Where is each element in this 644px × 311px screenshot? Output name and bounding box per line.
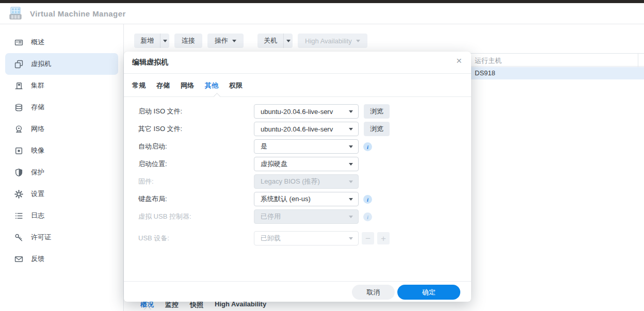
chevron-down-icon <box>356 40 360 42</box>
form-row-boot-iso: 启动 ISO 文件: ubuntu-20.04.6-live-serv 浏览 <box>124 104 471 119</box>
sidebar-item-network[interactable]: 网络 <box>5 118 118 140</box>
firmware-select: Legacy BIOS (推荐) <box>254 174 359 189</box>
host-cell: DS918 <box>475 69 495 77</box>
form-row-boot-from: 启动位置: 虚拟硬盘 <box>124 157 471 171</box>
sidebar: 概述 虚拟机 集群 存储 网络 映像 保护 设置 <box>0 24 124 311</box>
column-header-host[interactable]: 运行主机 <box>475 56 502 66</box>
sidebar-item-protection[interactable]: 保护 <box>5 161 118 183</box>
sidebar-item-label: 许可证 <box>31 233 51 242</box>
sidebar-item-settings[interactable]: 设置 <box>5 183 118 205</box>
additional-iso-select[interactable]: ubuntu-20.04.6-live-serv <box>254 122 359 136</box>
selected-value: ubuntu-20.04.6-live-serv <box>261 108 349 116</box>
selected-value: ubuntu-20.04.6-live-serv <box>261 125 349 133</box>
browse-button[interactable]: 浏览 <box>364 122 390 136</box>
shutdown-button-group: 关机 <box>257 34 293 48</box>
column-divider[interactable] <box>638 54 638 67</box>
selected-value: 虚拟硬盘 <box>261 159 349 169</box>
chevron-down-icon <box>349 216 353 218</box>
chevron-down-icon <box>286 40 291 42</box>
chevron-down-icon <box>349 163 353 166</box>
close-icon[interactable]: × <box>456 56 462 66</box>
selected-value: 系统默认 (en-us) <box>261 194 349 204</box>
cancel-button[interactable]: 取消 <box>352 285 395 300</box>
key-icon <box>14 233 23 242</box>
shutdown-button[interactable]: 关机 <box>257 34 283 48</box>
shutdown-dropdown-button[interactable] <box>283 34 293 48</box>
browse-button[interactable]: 浏览 <box>364 104 390 119</box>
field-label: 固件: <box>138 174 154 189</box>
sidebar-item-log[interactable]: 日志 <box>5 205 118 226</box>
info-icon[interactable]: i <box>363 142 372 151</box>
network-icon <box>14 125 23 134</box>
log-list-icon <box>14 211 23 220</box>
vmm-app-logo-icon <box>7 5 24 22</box>
chevron-down-icon <box>349 145 353 148</box>
sidebar-item-overview[interactable]: 概述 <box>5 31 118 53</box>
chevron-down-icon <box>349 128 353 130</box>
cluster-icon <box>14 81 23 90</box>
add-dropdown-button[interactable] <box>160 34 169 48</box>
divider <box>124 73 471 74</box>
field-label: 启动位置: <box>138 157 167 171</box>
chevron-down-icon <box>232 40 236 42</box>
sidebar-item-label: 概述 <box>31 38 44 47</box>
sidebar-item-feedback[interactable]: 反馈 <box>5 248 118 270</box>
form-row-usb-device: USB 设备: 已卸载 − + <box>124 231 471 245</box>
protection-shield-icon <box>14 168 23 177</box>
selected-value: 已停用 <box>261 212 349 221</box>
sidebar-item-label: 保护 <box>31 168 44 177</box>
boot-iso-select[interactable]: ubuntu-20.04.6-live-serv <box>254 104 359 119</box>
image-icon <box>14 146 23 155</box>
tab-permissions[interactable]: 权限 <box>229 81 243 97</box>
usb-device-select: 已卸载 <box>254 231 359 245</box>
form-row-autostart: 自动启动: 是 i <box>124 139 471 154</box>
edit-vm-dialog: 编辑虚拟机 × 常规 存储 网络 其他 权限 启动 ISO 文件: ubuntu… <box>124 52 471 302</box>
form-row-usb-controller: 虚拟 USB 控制器: 已停用 i <box>124 209 471 224</box>
sidebar-item-label: 日志 <box>31 211 44 220</box>
ok-button[interactable]: 确定 <box>397 285 460 300</box>
high-availability-button: High Availability <box>298 34 367 48</box>
vmm-app-window: Virtual Machine Manager 概述 虚拟机 集群 存储 网络 … <box>0 0 644 311</box>
sidebar-item-label: 映像 <box>31 146 44 155</box>
field-label: USB 设备: <box>138 231 169 245</box>
field-label: 自动启动: <box>138 139 167 154</box>
form-row-firmware: 固件: Legacy BIOS (推荐) <box>124 174 471 189</box>
storage-icon <box>14 103 23 112</box>
field-label: 启动 ISO 文件: <box>138 104 182 119</box>
sidebar-item-label: 虚拟机 <box>31 59 51 69</box>
app-header: Virtual Machine Manager <box>0 3 644 24</box>
envelope-icon <box>14 255 23 264</box>
connect-button[interactable]: 连接 <box>174 34 202 48</box>
sidebar-item-label: 反馈 <box>31 254 44 264</box>
field-label: 虚拟 USB 控制器: <box>138 209 191 224</box>
form-row-additional-iso: 其它 ISO 文件: ubuntu-20.04.6-live-serv 浏览 <box>124 122 471 136</box>
field-label: 其它 ISO 文件: <box>138 122 182 136</box>
info-icon[interactable]: i <box>363 195 372 204</box>
form-row-keyboard-layout: 键盘布局: 系统默认 (en-us) i <box>124 192 471 206</box>
action-button-label: 操作 <box>215 36 228 45</box>
toolbar: 新增 连接 操作 关机 High Availability <box>134 34 367 48</box>
high-availability-label: High Availability <box>305 37 352 45</box>
selected-value: Legacy BIOS (推荐) <box>261 177 349 186</box>
add-button-group: 新增 <box>134 34 169 48</box>
sidebar-item-storage[interactable]: 存储 <box>5 96 118 118</box>
usb-controller-select: 已停用 <box>254 209 359 224</box>
keyboard-layout-select[interactable]: 系统默认 (en-us) <box>254 192 359 206</box>
sidebar-item-label: 存储 <box>31 103 44 112</box>
tab-network[interactable]: 网络 <box>181 81 194 97</box>
info-icon: i <box>363 212 372 221</box>
tab-storage[interactable]: 存储 <box>156 81 170 97</box>
sidebar-item-cluster[interactable]: 集群 <box>5 75 118 96</box>
chevron-down-icon <box>349 110 353 113</box>
action-button[interactable]: 操作 <box>207 34 244 48</box>
tab-general[interactable]: 常规 <box>132 81 146 97</box>
add-button[interactable]: 新增 <box>134 34 160 48</box>
sidebar-item-virtual-machine[interactable]: 虚拟机 <box>5 53 118 75</box>
dialog-tabs: 常规 存储 网络 其他 权限 <box>132 81 243 97</box>
divider <box>124 96 471 97</box>
sidebar-item-label: 设置 <box>31 189 44 199</box>
autostart-select[interactable]: 是 <box>254 139 359 154</box>
sidebar-item-image[interactable]: 映像 <box>5 140 118 161</box>
boot-from-select[interactable]: 虚拟硬盘 <box>254 157 359 171</box>
sidebar-item-license[interactable]: 许可证 <box>5 226 118 248</box>
